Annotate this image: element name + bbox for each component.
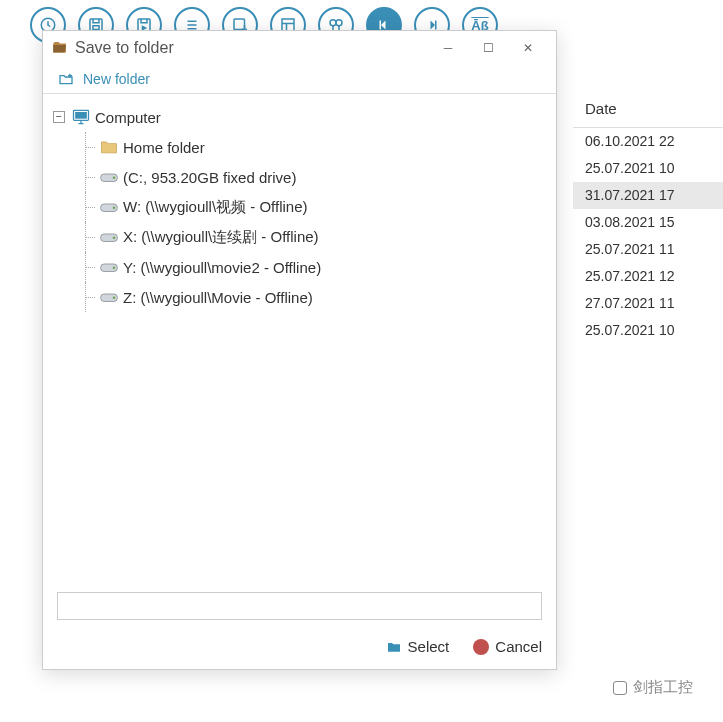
watermark: 剑指工控 xyxy=(613,678,693,697)
minimize-button[interactable]: ─ xyxy=(428,33,468,63)
select-button[interactable]: Select xyxy=(386,638,450,655)
new-folder-label: New folder xyxy=(83,71,150,87)
tree-item-label: Home folder xyxy=(123,139,205,156)
tree-item-label: Y: (\\wygioull\movie2 - Offline) xyxy=(123,259,321,276)
cancel-dot-icon xyxy=(473,639,489,655)
list-row[interactable]: 25.07.2021 10 xyxy=(573,317,723,344)
drive-icon xyxy=(99,258,119,276)
svg-rect-2 xyxy=(93,26,99,30)
tree-item-label: X: (\\wygioull\连续剧 - Offline) xyxy=(123,228,319,247)
dialog-titlebar: Save to folder ─ ☐ ✕ xyxy=(43,31,556,65)
list-row[interactable]: 25.07.2021 10 xyxy=(573,155,723,182)
tree-root-computer[interactable]: − Computer xyxy=(53,102,546,132)
list-row[interactable]: 25.07.2021 11 xyxy=(573,236,723,263)
maximize-button[interactable]: ☐ xyxy=(468,33,508,63)
tree-item[interactable]: (C:, 953.20GB fixed drive) xyxy=(53,162,546,192)
tree-item[interactable]: X: (\\wygioull\连续剧 - Offline) xyxy=(53,222,546,252)
drive-icon xyxy=(99,228,119,246)
svg-rect-4 xyxy=(234,19,245,30)
save-to-folder-dialog: Save to folder ─ ☐ ✕ New folder − Comput… xyxy=(42,30,557,670)
tree-item-label: Z: (\\wygioull\Movie - Offline) xyxy=(123,289,313,306)
tree-item-label: W: (\\wygioull\视频 - Offline) xyxy=(123,198,307,217)
new-folder-icon xyxy=(57,71,75,87)
svg-rect-11 xyxy=(75,112,87,119)
folder-icon xyxy=(99,138,119,156)
close-button[interactable]: ✕ xyxy=(508,33,548,63)
select-label: Select xyxy=(408,638,450,655)
svg-rect-8 xyxy=(380,21,382,30)
date-column-header[interactable]: Date xyxy=(573,90,723,128)
svg-point-19 xyxy=(113,266,115,268)
svg-point-13 xyxy=(113,176,115,178)
drive-icon xyxy=(99,198,119,216)
list-row[interactable]: 03.08.2021 15 xyxy=(573,209,723,236)
cancel-label: Cancel xyxy=(495,638,542,655)
tree-item-label: (C:, 953.20GB fixed drive) xyxy=(123,169,296,186)
drive-icon xyxy=(99,168,119,186)
svg-point-15 xyxy=(113,206,115,208)
path-input[interactable] xyxy=(57,592,542,620)
folder-open-icon xyxy=(51,39,69,57)
list-row[interactable]: 27.07.2021 11 xyxy=(573,290,723,317)
cancel-button[interactable]: Cancel xyxy=(473,638,542,655)
tree-item[interactable]: Home folder xyxy=(53,132,546,162)
list-row[interactable]: 25.07.2021 12 xyxy=(573,263,723,290)
folder-icon xyxy=(386,639,402,655)
dialog-title: Save to folder xyxy=(75,39,428,57)
list-row[interactable]: 31.07.2021 17 xyxy=(573,182,723,209)
svg-point-7 xyxy=(336,20,342,26)
tree-root-label: Computer xyxy=(95,109,161,126)
svg-point-21 xyxy=(113,296,115,298)
list-row[interactable]: 06.10.2021 22 xyxy=(573,128,723,155)
folder-tree: − Computer Home folder (C:, 953.20GB fix… xyxy=(43,94,556,584)
dialog-button-bar: Select Cancel xyxy=(43,628,556,669)
svg-point-17 xyxy=(113,236,115,238)
tree-item[interactable]: Y: (\\wygioull\movie2 - Offline) xyxy=(53,252,546,282)
svg-rect-9 xyxy=(435,21,437,30)
collapse-icon[interactable]: − xyxy=(53,111,65,123)
computer-icon xyxy=(71,108,91,126)
svg-point-6 xyxy=(330,20,336,26)
wechat-icon xyxy=(613,681,627,695)
drive-icon xyxy=(99,288,119,306)
tree-item[interactable]: W: (\\wygioull\视频 - Offline) xyxy=(53,192,546,222)
new-folder-button[interactable]: New folder xyxy=(43,65,556,94)
tree-item[interactable]: Z: (\\wygioull\Movie - Offline) xyxy=(53,282,546,312)
file-list: Date 06.10.2021 2225.07.2021 1031.07.202… xyxy=(573,90,723,344)
